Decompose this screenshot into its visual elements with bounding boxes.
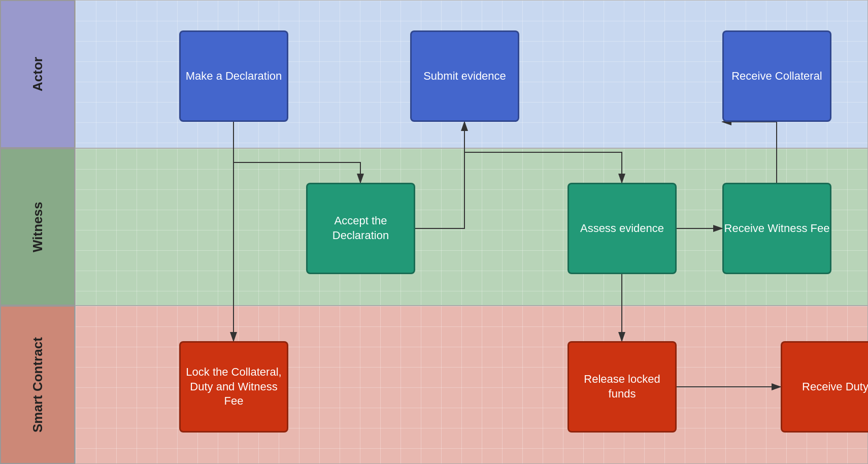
- lane-labels: Actor Witness Smart Contract: [0, 0, 75, 464]
- receive-collateral-node[interactable]: Receive Collateral: [722, 30, 831, 122]
- make-declaration-node[interactable]: Make a Declaration: [179, 30, 288, 122]
- release-funds-node[interactable]: Release locked funds: [567, 341, 677, 433]
- submit-evidence-node[interactable]: Submit evidence: [410, 30, 519, 122]
- witness-label: Witness: [0, 148, 75, 306]
- flow-diagram: Make a Declaration Submit evidence Recei…: [75, 0, 868, 464]
- lock-collateral-node[interactable]: Lock the Collateral, Duty and Witness Fe…: [179, 341, 288, 433]
- accept-declaration-node[interactable]: Accept the Declaration: [306, 183, 415, 274]
- smart-contract-label: Smart Contract: [0, 306, 75, 464]
- receive-witness-fee-node[interactable]: Receive Witness Fee: [722, 183, 831, 274]
- receive-duty-node[interactable]: Receive Duty: [781, 341, 868, 433]
- diagram-container: Actor Witness Smart Contract: [0, 0, 868, 464]
- actor-label: Actor: [0, 0, 75, 148]
- assess-evidence-node[interactable]: Assess evidence: [567, 183, 677, 274]
